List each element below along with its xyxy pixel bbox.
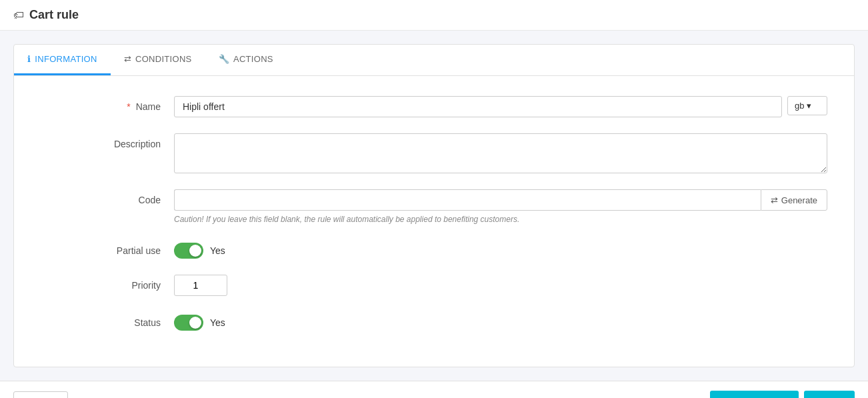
tab-conditions[interactable]: ⇄ CONDITIONS: [111, 45, 205, 75]
name-input-wrap: [174, 96, 782, 117]
name-label: * Name: [41, 96, 174, 112]
tab-information[interactable]: ℹ INFORMATION: [14, 45, 111, 75]
code-label: Code: [41, 189, 174, 205]
generate-icon: ⇄: [771, 195, 778, 205]
footer-bar: Cancel Save and stay Save: [0, 381, 868, 398]
status-toggle[interactable]: [174, 315, 203, 331]
partial-use-slider: [174, 243, 203, 259]
tab-actions[interactable]: 🔧 ACTIONS: [205, 45, 287, 75]
page-title: Cart rule: [29, 8, 79, 22]
status-control-wrap: Yes: [174, 312, 827, 331]
code-input[interactable]: [174, 189, 761, 211]
partial-use-yes-label: Yes: [210, 245, 225, 256]
status-row: Status Yes: [41, 312, 827, 331]
status-label: Status: [41, 312, 174, 328]
tag-icon: 🏷: [13, 9, 24, 21]
priority-control-wrap: [174, 275, 827, 296]
save-button[interactable]: Save: [804, 391, 855, 398]
code-input-wrap: ⇄ Generate: [174, 189, 827, 211]
info-icon: ℹ: [27, 54, 31, 64]
description-input[interactable]: [174, 133, 827, 173]
priority-label: Priority: [41, 275, 174, 291]
code-control-wrap: ⇄ Generate Caution! If you leave this fi…: [174, 189, 827, 224]
card: ℹ INFORMATION ⇄ CONDITIONS 🔧 ACTIONS * N…: [13, 44, 855, 367]
chevron-down-icon: ▾: [807, 101, 811, 111]
lang-value: gb: [795, 101, 804, 111]
status-toggle-wrap: Yes: [174, 312, 225, 331]
name-input[interactable]: [174, 96, 782, 117]
partial-use-label: Partial use: [41, 240, 174, 256]
code-row: Code ⇄ Generate Caution! If you leave th…: [41, 189, 827, 224]
footer-right: Save and stay Save: [710, 391, 855, 398]
priority-input[interactable]: [174, 275, 227, 296]
description-row: Description: [41, 133, 827, 173]
code-hint: Caution! If you leave this field blank, …: [174, 215, 827, 224]
actions-icon: 🔧: [219, 54, 229, 64]
cancel-button[interactable]: Cancel: [13, 391, 68, 398]
lang-dropdown[interactable]: gb ▾: [787, 96, 827, 115]
name-control-wrap: gb ▾: [174, 96, 827, 117]
partial-use-toggle-wrap: Yes: [174, 240, 225, 259]
page-header: 🏷 Cart rule: [0, 0, 868, 31]
status-slider: [174, 315, 203, 331]
tabs: ℹ INFORMATION ⇄ CONDITIONS 🔧 ACTIONS: [14, 45, 854, 76]
partial-use-control-wrap: Yes: [174, 240, 827, 259]
conditions-icon: ⇄: [124, 54, 131, 64]
required-star: *: [127, 101, 130, 112]
description-label: Description: [41, 133, 174, 149]
save-and-stay-button[interactable]: Save and stay: [710, 391, 799, 398]
form-body: * Name gb ▾ Description: [14, 76, 854, 367]
name-row: * Name gb ▾: [41, 96, 827, 117]
main-content: ℹ INFORMATION ⇄ CONDITIONS 🔧 ACTIONS * N…: [0, 31, 868, 381]
partial-use-row: Partial use Yes: [41, 240, 827, 259]
priority-row: Priority: [41, 275, 827, 296]
description-control-wrap: [174, 133, 827, 173]
partial-use-toggle[interactable]: [174, 243, 203, 259]
status-yes-label: Yes: [210, 317, 225, 328]
generate-button[interactable]: ⇄ Generate: [761, 189, 827, 211]
